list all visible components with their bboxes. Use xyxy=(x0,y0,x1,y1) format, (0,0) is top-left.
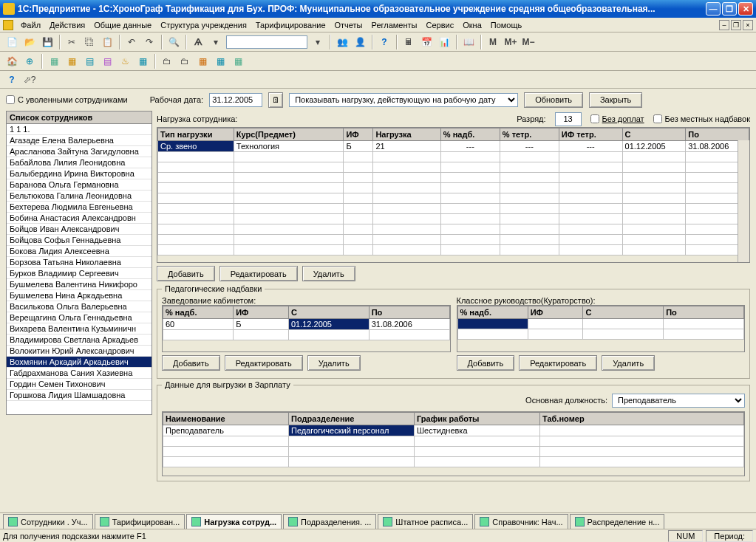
close-form-button[interactable]: Закрыть xyxy=(589,92,642,108)
workdate-input[interactable] xyxy=(209,93,262,107)
arrow-icon[interactable]: ▾ xyxy=(310,34,326,50)
plan-icon[interactable]: 📊 xyxy=(436,34,452,50)
list-item[interactable]: Бушмелева Нина Аркадьевна xyxy=(7,290,151,301)
dismissed-check-input[interactable] xyxy=(6,95,15,104)
mdi-close[interactable]: × xyxy=(743,20,753,30)
refresh-button[interactable]: Обновить xyxy=(524,92,583,108)
list-item[interactable]: Бобина Анастасия Александровн xyxy=(7,213,151,224)
users-icon[interactable]: 👥 xyxy=(334,34,350,50)
del-class-button[interactable]: Удалить xyxy=(602,355,655,371)
col-nadb[interactable]: % надб. xyxy=(440,128,500,141)
folder1-icon[interactable]: 🗀 xyxy=(159,53,175,69)
calc-icon[interactable]: 🖩 xyxy=(401,34,417,50)
edit-cab-button[interactable]: Редактировать xyxy=(225,355,303,371)
calendar-icon[interactable]: 📅 xyxy=(418,34,435,50)
list-item[interactable]: Арасланова Зайтуна Загидуловна xyxy=(7,146,151,157)
whatsthis-icon[interactable]: ? xyxy=(4,72,20,88)
m-plus-button[interactable]: M+ xyxy=(503,34,519,50)
menu-actions[interactable]: Действия xyxy=(45,19,89,31)
edit-class-button[interactable]: Редактировать xyxy=(519,355,597,371)
add-cab-button[interactable]: Добавить xyxy=(162,355,220,371)
maximize-button[interactable]: ❐ xyxy=(722,2,737,16)
table-row[interactable]: 60 Б 01.12.2005 31.08.2006 xyxy=(163,319,450,330)
edit-button[interactable]: Редактировать xyxy=(219,266,298,281)
minimize-button[interactable]: — xyxy=(706,2,721,16)
save-icon[interactable]: 💾 xyxy=(39,34,55,50)
mdi-tab[interactable]: Справочник: Нач... xyxy=(474,514,568,529)
filter-select[interactable]: Показывать нагрузку, действующую на рабо… xyxy=(289,93,518,107)
no-local-check[interactable]: Без местных надбавок xyxy=(653,114,750,123)
list-item[interactable]: Вихарева Валентина Кузьминичн xyxy=(7,323,151,335)
scrollbar[interactable] xyxy=(738,140,749,262)
list-item[interactable]: Бехтерева Людмила Евгеньевна xyxy=(7,202,151,213)
globe-icon[interactable]: ⊕ xyxy=(21,53,38,69)
doc2-icon[interactable]: ▦ xyxy=(64,53,80,69)
doc3-icon[interactable]: ▤ xyxy=(81,53,98,69)
list-item[interactable]: Гордин Семен Тихонович xyxy=(7,379,151,390)
grid-icon[interactable]: ▦ xyxy=(212,53,228,69)
redo-icon[interactable]: ↷ xyxy=(141,34,157,50)
table-row[interactable]: Ср. звено Технология Б 21 --- --- --- 01… xyxy=(158,141,749,152)
home-icon[interactable]: 🏠 xyxy=(4,53,20,69)
list-item[interactable]: Бабайлова Лилия Леонидовна xyxy=(7,157,151,168)
search-field[interactable] xyxy=(226,35,307,49)
delete-button[interactable]: Удалить xyxy=(302,266,355,281)
m-minus-button[interactable]: M− xyxy=(520,34,537,50)
list-item[interactable]: Бушмелева Валентина Никифоро xyxy=(7,279,151,290)
menu-file[interactable]: Файл xyxy=(16,19,45,31)
add-class-button[interactable]: Добавить xyxy=(457,355,515,371)
list-item[interactable]: 1 1 1. xyxy=(7,124,151,135)
list-item[interactable]: Борзова Татьяна Николаевна xyxy=(7,257,151,268)
close-button[interactable]: ✕ xyxy=(738,2,753,16)
no-addon-check[interactable]: Без доплат xyxy=(590,114,644,123)
list-item[interactable]: Владимирова Светлана Аркадьев xyxy=(7,335,151,346)
col-from[interactable]: С xyxy=(622,128,686,141)
m-button[interactable]: M xyxy=(485,34,501,50)
col-to[interactable]: По xyxy=(686,128,749,141)
user-icon[interactable]: 👤 xyxy=(352,34,368,50)
mdi-minimize[interactable]: – xyxy=(719,20,729,30)
find-icon[interactable]: 🔍 xyxy=(166,34,182,50)
menu-structure[interactable]: Структура учреждения xyxy=(156,19,251,31)
add-button[interactable]: Добавить xyxy=(157,266,215,281)
col-load[interactable]: Нагрузка xyxy=(373,128,440,141)
workdate-picker-button[interactable]: 🗓 xyxy=(268,92,283,108)
folder2-icon[interactable]: 🗀 xyxy=(177,53,193,69)
table-icon[interactable]: ▦ xyxy=(194,53,211,69)
mdi-tab[interactable]: Сотрудники . Уч... xyxy=(3,514,93,529)
dismissed-checkbox[interactable]: С уволенными сотрудниками xyxy=(6,95,128,104)
doc6-icon[interactable]: ▦ xyxy=(134,53,151,69)
menu-windows[interactable]: Окна xyxy=(458,19,486,31)
book-icon[interactable]: 📖 xyxy=(460,34,477,50)
table-row[interactable]: Преподаватель Педагогический персонал Ше… xyxy=(163,425,744,436)
list-item[interactable]: Агазаде Елена Валерьевна xyxy=(7,135,151,146)
grid2-icon[interactable]: ▦ xyxy=(230,53,246,69)
mdi-tab[interactable]: Штатное расписа... xyxy=(378,514,473,529)
mdi-tab[interactable]: Нагрузка сотруд... xyxy=(186,514,282,529)
cabinet-grid[interactable]: % надб. ИФ С По 60 Б 01.12.2005 31.08.20 xyxy=(162,305,451,352)
doc5-icon[interactable]: ♨ xyxy=(117,53,133,69)
col-course[interactable]: Курс(Предмет) xyxy=(234,128,344,141)
list-item[interactable]: Бойцов Иван Александрович xyxy=(7,224,151,235)
list-item[interactable]: Вохмянин Аркадий Аркадьевич xyxy=(7,357,151,368)
menu-service[interactable]: Сервис xyxy=(422,19,459,31)
list-item[interactable]: Волокитин Юрий Александрович xyxy=(7,346,151,357)
menu-reports[interactable]: Отчеты xyxy=(330,19,367,31)
undo-icon[interactable]: ↶ xyxy=(123,34,140,50)
list-item[interactable]: Василькова Ольга Валерьевна xyxy=(7,301,151,312)
menu-common[interactable]: Общие данные xyxy=(89,19,156,31)
mdi-tab[interactable]: Тарифицирован... xyxy=(95,514,185,529)
list-item[interactable]: Баранова Ольга Германовна xyxy=(7,179,151,191)
col-iftetr[interactable]: ИФ тетр. xyxy=(559,128,622,141)
rank-input[interactable] xyxy=(555,112,582,126)
list-item[interactable]: Бойцова Софья Геннадьевна xyxy=(7,235,151,246)
copy-icon[interactable]: ⿻ xyxy=(81,34,98,50)
open-icon[interactable]: 📂 xyxy=(21,34,38,50)
mdi-tab[interactable]: Распределение н... xyxy=(570,514,665,529)
export-grid[interactable]: Наименование Подразделение График работы… xyxy=(162,411,745,476)
doc4-icon[interactable]: ▤ xyxy=(99,53,115,69)
col-tetr[interactable]: % тетр. xyxy=(500,128,559,141)
main-grid[interactable]: Тип нагрузки Курс(Предмет) ИФ Нагрузка %… xyxy=(157,127,750,263)
list-item[interactable]: Бокова Лидия Алексеевна xyxy=(7,246,151,257)
list-item[interactable]: Бельтюкова Галина Леонидовна xyxy=(7,191,151,202)
